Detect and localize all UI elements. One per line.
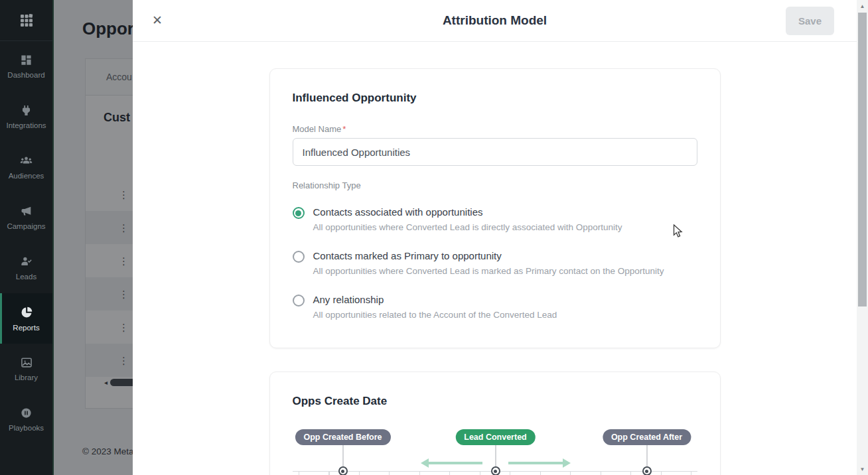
radio-option-label: Any relationship — [313, 294, 557, 305]
opps-create-date-timeline: Opp Created Before Lead Converted Opp Cr… — [293, 429, 697, 475]
sidebar-item-dashboard[interactable]: Dashboard — [0, 41, 52, 92]
sidebar-item-playbooks[interactable]: Playbooks — [0, 394, 52, 444]
opp-created-after-badge: Opp Created After — [603, 429, 691, 445]
dashboard-icon — [20, 54, 33, 66]
sidebar-item-library[interactable]: Library — [0, 344, 52, 394]
card-heading: Influenced Opportunity — [293, 92, 697, 105]
arrow-left-icon — [429, 462, 482, 464]
screen: Dashboard Integrations Audiences — [0, 0, 868, 475]
close-icon[interactable]: ✕ — [152, 14, 163, 27]
pause-circle-icon — [20, 407, 33, 419]
sidebar-item-label: Reports — [13, 324, 39, 332]
radio-option-description: All opportunities where Converted Lead i… — [313, 222, 622, 232]
save-button[interactable]: Save — [786, 7, 834, 35]
image-icon — [20, 356, 33, 369]
opps-create-date-card: Opps Create Date Opp Created Before Lead… — [269, 372, 721, 475]
badge-stem — [646, 445, 647, 466]
radio-option-contacts-associated[interactable]: Contacts associated with opportunities A… — [293, 206, 697, 232]
sidebar-item-label: Integrations — [6, 121, 46, 129]
vertical-scrollbar[interactable]: ▲ ▼ — [857, 0, 868, 475]
radio-option-label: Contacts associated with opportunities — [313, 206, 622, 218]
arrow-right-icon — [508, 462, 563, 464]
modal-body: Influenced Opportunity Model Name* Relat… — [133, 68, 857, 475]
sidebar-item-label: Library — [15, 373, 38, 381]
radio-option-description: All opportunities related to the Account… — [313, 310, 557, 320]
sidebar-item-integrations[interactable]: Integrations — [0, 92, 52, 142]
required-asterisk: * — [342, 124, 346, 134]
model-name-label: Model Name* — [293, 124, 697, 134]
megaphone-icon — [20, 205, 33, 218]
model-name-input[interactable] — [293, 138, 697, 166]
timeline-marker-before[interactable] — [338, 466, 348, 475]
timeline-marker-after[interactable] — [642, 466, 652, 475]
badge-stem — [342, 445, 343, 466]
radio-option-label: Contacts marked as Primary to opportunit… — [313, 250, 664, 261]
influenced-opportunity-card: Influenced Opportunity Model Name* Relat… — [269, 68, 721, 348]
pie-chart-icon — [20, 306, 33, 319]
modal-header: ✕ Attribution Model Save — [133, 0, 857, 42]
radio-option-contacts-primary[interactable]: Contacts marked as Primary to opportunit… — [293, 250, 697, 276]
sidebar-item-campaigns[interactable]: Campaigns — [0, 192, 52, 243]
radio-selected-icon[interactable] — [293, 207, 305, 219]
vertical-scrollbar-thumb[interactable] — [858, 13, 867, 306]
sidebar-item-reports[interactable]: Reports — [0, 293, 52, 344]
sidebar-item-label: Dashboard — [7, 71, 44, 79]
sidebar-item-label: Campaigns — [7, 222, 45, 230]
plug-icon — [20, 104, 33, 117]
person-check-icon — [19, 255, 33, 268]
scroll-up-icon[interactable]: ▲ — [857, 3, 868, 9]
radio-unselected-icon[interactable] — [293, 295, 305, 306]
sidebar-item-label: Leads — [16, 273, 36, 281]
app-grid-icon[interactable] — [0, 0, 52, 41]
radio-option-any-relationship[interactable]: Any relationship All opportunities relat… — [293, 294, 697, 320]
sidebar: Dashboard Integrations Audiences — [0, 0, 54, 475]
radio-unselected-icon[interactable] — [293, 251, 305, 263]
scroll-down-icon[interactable]: ▼ — [857, 466, 868, 472]
sidebar-item-label: Playbooks — [9, 424, 44, 432]
timeline-marker-converted[interactable] — [491, 466, 500, 475]
relationship-type-label: Relationship Type — [293, 180, 697, 190]
lead-converted-badge: Lead Converted — [455, 429, 535, 445]
opp-created-before-badge: Opp Created Before — [295, 429, 390, 445]
sidebar-nav: Dashboard Integrations Audiences — [0, 41, 52, 444]
card-heading: Opps Create Date — [293, 395, 697, 408]
people-group-icon — [19, 155, 33, 167]
sidebar-item-leads[interactable]: Leads — [0, 243, 52, 293]
sidebar-item-audiences[interactable]: Audiences — [0, 142, 52, 192]
attribution-model-dialog: ✕ Attribution Model Save Influenced Oppo… — [133, 0, 857, 475]
sidebar-item-label: Audiences — [9, 172, 44, 180]
radio-option-description: All opportunities where Converted Lead i… — [313, 266, 664, 276]
modal-title: Attribution Model — [133, 13, 857, 28]
badge-stem — [495, 445, 496, 466]
